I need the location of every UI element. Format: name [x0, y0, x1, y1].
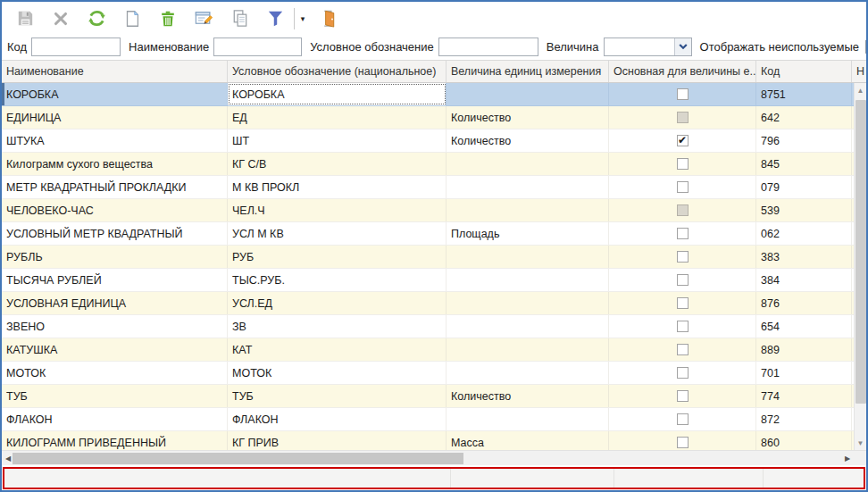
delete-icon: [158, 9, 178, 29]
main-unit-checkbox[interactable]: [677, 181, 689, 193]
table-body-wrap: КОРОБКА КОРОБКА 8751 ЕДИНИЦА ЕД Количест…: [2, 83, 866, 450]
filter-dropdown-arrow-icon: ▾: [301, 14, 305, 23]
show-unused-label: Отображать неиспользуемые: [700, 40, 859, 54]
main-unit-checkbox[interactable]: [677, 344, 689, 355]
main-unit-checkbox[interactable]: [677, 228, 689, 239]
main-unit-checkbox[interactable]: [677, 390, 689, 402]
main-unit-checkbox[interactable]: [677, 413, 689, 425]
main-unit-checkbox[interactable]: [677, 158, 689, 170]
cell-code: 701: [756, 362, 852, 384]
table-row[interactable]: ТЫСЯЧА РУБЛЕЙ ТЫС.РУБ. 384: [2, 269, 866, 292]
filter-button[interactable]: [257, 4, 293, 33]
cell-quantity: Масса: [447, 431, 609, 450]
main-unit-checkbox[interactable]: [677, 367, 689, 379]
main-unit-checkbox[interactable]: [677, 88, 689, 100]
main-unit-checkbox[interactable]: [677, 274, 689, 286]
table-header: Наименование Условное обозначение (нацио…: [2, 60, 866, 83]
cell-symbol: КГ С/В: [228, 153, 447, 175]
cell-name: ЧЕЛОВЕКО-ЧАС: [2, 199, 228, 221]
table-row[interactable]: РУБЛЬ РУБ 383: [2, 246, 866, 269]
cell-name: ЕДИНИЦА: [2, 106, 228, 129]
cell-main-checkbox: [609, 292, 756, 314]
status-segment: [451, 469, 614, 488]
cell-symbol: ТУБ: [228, 385, 447, 407]
cancel-button[interactable]: [43, 4, 79, 33]
cell-name: ФЛАКОН: [2, 408, 228, 430]
code-filter-input[interactable]: [31, 38, 121, 56]
table-body: КОРОБКА КОРОБКА 8751 ЕДИНИЦА ЕД Количест…: [2, 83, 866, 450]
table-row[interactable]: КАТУШКА КАТ 889: [2, 338, 866, 362]
table-row[interactable]: МЕТР КВАДРАТНЫЙ ПРОКЛАДКИ М КВ ПРОКЛ 079: [2, 176, 866, 199]
table-row[interactable]: ЕДИНИЦА ЕД Количество 642: [2, 106, 866, 129]
column-header-quantity[interactable]: Величина единиц измерения: [447, 61, 609, 82]
cancel-icon: [51, 9, 71, 29]
main-unit-checkbox[interactable]: [677, 437, 689, 448]
scroll-right-arrow-icon[interactable]: ▶: [841, 451, 854, 466]
main-unit-checkbox[interactable]: [677, 251, 689, 263]
cell-code: 079: [756, 176, 852, 198]
table-row[interactable]: ТУБ ТУБ Количество 774: [2, 385, 866, 408]
cell-code: 539: [756, 199, 852, 221]
table-row[interactable]: ФЛАКОН ФЛАКОН 872: [2, 408, 866, 431]
exit-button[interactable]: [310, 4, 346, 33]
table-row[interactable]: УСЛОВНЫЙ МЕТР КВАДРАТНЫЙ УСЛ М КВ Площад…: [2, 222, 866, 246]
table-row[interactable]: ШТУКА ШТ Количество ✔ 796: [2, 129, 866, 153]
cell-code: 872: [756, 408, 852, 430]
cell-code: 796: [756, 129, 852, 152]
filter-dropdown-button[interactable]: ▾: [296, 4, 310, 33]
vertical-scroll-thumb[interactable]: [855, 100, 866, 404]
cell-symbol: ЗВ: [228, 315, 447, 338]
main-unit-checkbox[interactable]: [677, 321, 689, 332]
cell-quantity: Площадь: [447, 222, 609, 245]
column-header-symbol[interactable]: Условное обозначение (национальное): [228, 61, 447, 82]
main-unit-checkbox[interactable]: [677, 204, 689, 216]
exit-door-icon: [318, 8, 338, 29]
delete-button[interactable]: [150, 4, 186, 33]
horizontal-scrollbar[interactable]: ◀ ▶: [2, 450, 866, 465]
quantity-dropdown-button[interactable]: [674, 38, 691, 55]
edit-button[interactable]: [186, 4, 221, 33]
main-unit-checkbox[interactable]: ✔: [677, 135, 689, 146]
cell-quantity: [447, 83, 609, 105]
horizontal-scroll-thumb[interactable]: [13, 453, 463, 464]
filter-bar: Код Наименование Условное обозначение Ве…: [2, 35, 866, 60]
symbol-filter-input[interactable]: [438, 38, 538, 56]
cell-main-checkbox: [609, 385, 756, 407]
filter-icon: [265, 8, 286, 29]
cell-symbol: М КВ ПРОКЛ: [228, 176, 447, 198]
table-row[interactable]: ЗВЕНО ЗВ 654: [2, 315, 866, 338]
column-header-clipped[interactable]: Н: [852, 61, 866, 82]
cell-main-checkbox: ✔: [609, 129, 756, 152]
refresh-icon: [87, 8, 107, 29]
quantity-filter-dropdown[interactable]: [604, 38, 692, 56]
new-record-button[interactable]: [114, 4, 150, 33]
cell-quantity: Количество: [447, 129, 609, 152]
table-row[interactable]: КОРОБКА КОРОБКА 8751: [2, 83, 866, 106]
name-filter-input[interactable]: [213, 38, 302, 56]
edit-icon: [194, 8, 214, 29]
cell-quantity: [447, 315, 609, 338]
cell-main-checkbox: [609, 408, 756, 430]
cell-symbol: РУБ: [228, 246, 447, 268]
scroll-down-arrow-icon[interactable]: ▼: [855, 436, 866, 450]
table-row[interactable]: КИЛОГРАММ ПРИВЕДЕННЫЙ КГ ПРИВ Масса 860: [2, 431, 866, 450]
save-button[interactable]: [7, 4, 43, 33]
main-unit-checkbox[interactable]: [677, 112, 689, 123]
cell-main-checkbox: [609, 106, 756, 129]
table-row[interactable]: ЧЕЛОВЕКО-ЧАС ЧЕЛ.Ч 539: [2, 199, 866, 222]
column-header-code[interactable]: Код: [756, 61, 852, 82]
column-header-name[interactable]: Наименование: [2, 61, 228, 82]
copy-button[interactable]: [221, 4, 257, 33]
cell-quantity: [447, 153, 609, 175]
table-row[interactable]: Килограмм сухого вещества КГ С/В 845: [2, 153, 866, 176]
refresh-button[interactable]: [79, 4, 114, 33]
main-unit-checkbox[interactable]: [677, 297, 689, 309]
table-row[interactable]: УСЛОВНАЯ ЕДИНИЦА УСЛ.ЕД 876: [2, 292, 866, 315]
table-row[interactable]: МОТОК МОТОК 701: [2, 362, 866, 385]
scroll-up-arrow-icon[interactable]: ▲: [855, 83, 866, 97]
cell-symbol: УСЛ М КВ: [228, 222, 447, 245]
vertical-scrollbar[interactable]: ▲ ▼: [854, 83, 866, 450]
status-segment: [764, 469, 864, 488]
cell-symbol: КОРОБКА: [228, 83, 447, 105]
column-header-main[interactable]: Основная для величины е...: [609, 61, 756, 82]
